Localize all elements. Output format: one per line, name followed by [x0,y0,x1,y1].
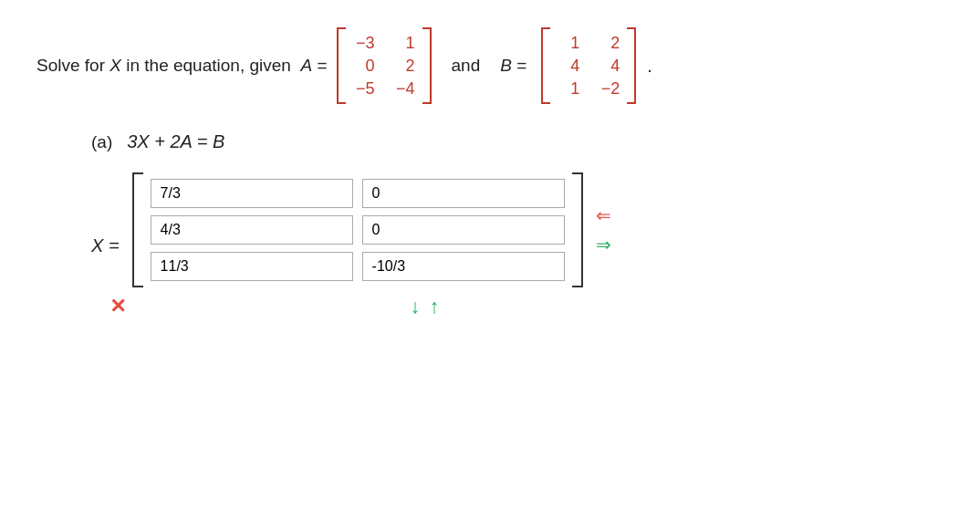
answer-bracket-left [132,172,143,287]
part-a-equation: 3X + 2A = B [127,131,224,152]
side-arrows: ⇐ ⇒ [590,203,618,256]
matrix-b-cell: 4 [598,57,620,76]
matrix-a-bracket-right [422,27,432,104]
part-a-row: (a) 3X + 2A = B [91,131,944,152]
matrix-a-cell: −4 [393,79,415,99]
matrix-a: −3 1 0 2 −5 −4 [337,27,432,104]
answer-bracket-right [572,172,583,287]
matrix-b-grid: 1 2 4 4 1 −2 [550,30,627,102]
matrix-a-cell: 0 [353,57,375,76]
answer-matrix: ⇐ ⇒ [132,172,618,287]
period: . [647,56,652,77]
matrix-a-grid: −3 1 0 2 −5 −4 [346,30,422,102]
answer-grid [143,173,572,287]
page: Solve for X in the equation, given A = −… [0,0,980,346]
matrix-b: 1 2 4 4 1 −2 [541,27,636,104]
matrix-a-cell: 2 [393,57,415,76]
b-label: B = [500,56,526,76]
matrix-b-cell: 4 [558,57,579,76]
matrix-b-cell: 2 [598,34,620,53]
answer-cell-2-0[interactable] [151,252,353,281]
answer-cell-1-0[interactable] [151,215,353,245]
problem-row: Solve for X in the equation, given A = −… [36,27,944,104]
part-a-label: (a) [91,132,112,152]
matrix-b-bracket-left [541,27,550,104]
and-label: and [452,56,481,76]
x-section: X = ⇐ [91,172,944,318]
problem-intro: Solve for X in the equation, given A = [36,56,328,76]
matrix-a-cell: −5 [353,79,375,99]
answer-cell-0-0[interactable] [151,179,353,208]
arrow-down-button[interactable]: ↓ [411,295,421,318]
matrix-b-cell: 1 [558,34,579,53]
answer-cell-0-1[interactable] [362,179,565,208]
matrix-b-cell: −2 [598,79,620,99]
matrix-a-bracket-left [337,27,346,104]
arrow-right-button[interactable]: ⇒ [590,233,618,256]
delete-button[interactable]: ✕ [109,295,126,318]
matrix-a-cell: −3 [353,34,375,53]
matrix-a-cell: 1 [393,34,415,53]
x-equals-label: X = [91,235,120,256]
answer-cell-2-1[interactable] [362,252,565,281]
arrow-left-button[interactable]: ⇐ [590,203,618,227]
arrow-up-button[interactable]: ↑ [430,295,440,318]
answer-cell-1-1[interactable] [362,215,565,245]
matrix-b-cell: 1 [558,79,579,99]
bottom-arrows: ↓ ↑ [411,295,440,318]
matrix-b-bracket-right [627,27,636,104]
